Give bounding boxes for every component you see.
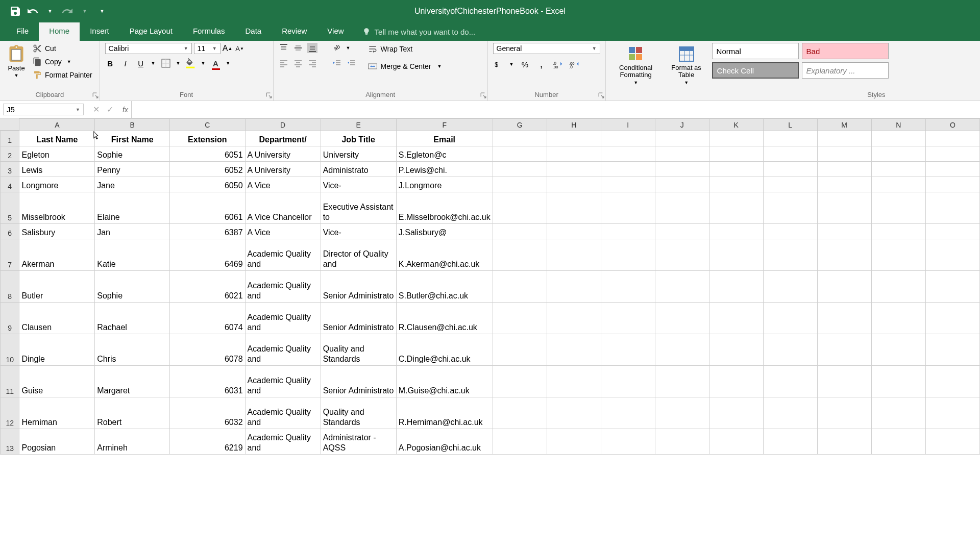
row-header[interactable]: 9 — [1, 303, 19, 334]
cell[interactable] — [871, 131, 925, 146]
cell[interactable]: 6078 — [170, 334, 245, 366]
cell[interactable] — [493, 303, 547, 334]
cell[interactable] — [763, 146, 817, 162]
column-header[interactable]: I — [601, 119, 655, 131]
cell[interactable] — [709, 429, 763, 455]
row-header[interactable]: 10 — [1, 334, 19, 366]
save-icon[interactable] — [9, 5, 21, 17]
cell[interactable] — [871, 397, 925, 429]
cell[interactable] — [817, 271, 871, 303]
format-painter-button[interactable]: Format Painter — [31, 69, 94, 81]
row-header[interactable]: 6 — [1, 224, 19, 239]
conditional-formatting-button[interactable]: Conditional Formatting▼ — [611, 43, 661, 87]
cell[interactable]: S.Egleton@c — [396, 146, 493, 162]
cell[interactable] — [601, 162, 655, 177]
cell[interactable]: Academic Quality and — [245, 397, 321, 429]
cell[interactable] — [817, 162, 871, 177]
cell[interactable] — [925, 162, 979, 177]
cell[interactable] — [493, 224, 547, 239]
cell[interactable]: 6061 — [170, 192, 245, 224]
accounting-more-icon[interactable]: ▼ — [509, 62, 514, 67]
cell[interactable]: 6032 — [170, 397, 245, 429]
tab-insert[interactable]: Insert — [80, 22, 119, 41]
cell[interactable]: Sophie — [95, 146, 170, 162]
font-color-more-icon[interactable]: ▼ — [226, 61, 230, 66]
cell[interactable]: Elaine — [95, 192, 170, 224]
undo-icon[interactable] — [27, 5, 39, 17]
cell[interactable] — [871, 429, 925, 455]
cell[interactable] — [817, 239, 871, 271]
cell[interactable] — [871, 239, 925, 271]
cell[interactable]: 6050 — [170, 177, 245, 192]
cell[interactable] — [871, 177, 925, 192]
cell[interactable] — [655, 334, 709, 366]
cell[interactable]: 6074 — [170, 303, 245, 334]
cell[interactable]: Executive Assistant to — [321, 192, 396, 224]
cell[interactable]: University — [321, 146, 396, 162]
cell[interactable] — [925, 429, 979, 455]
cell[interactable] — [547, 271, 601, 303]
cell[interactable]: Armineh — [95, 429, 170, 455]
cell[interactable] — [601, 303, 655, 334]
cell[interactable]: Job Title — [321, 131, 396, 146]
cell[interactable]: Robert — [95, 397, 170, 429]
row-header[interactable]: 12 — [1, 397, 19, 429]
alignment-launcher-icon[interactable] — [480, 92, 486, 98]
row-header[interactable]: 8 — [1, 271, 19, 303]
cell[interactable]: Pogosian — [19, 429, 95, 455]
column-header[interactable]: D — [245, 119, 321, 131]
tell-me[interactable]: Tell me what you want to do... — [354, 22, 484, 41]
paste-button[interactable]: Paste ▼ — [5, 43, 28, 80]
cell[interactable] — [817, 146, 871, 162]
cell[interactable]: A.Pogosian@chi.ac.uk — [396, 429, 493, 455]
align-left-icon[interactable] — [279, 58, 289, 68]
cell[interactable] — [925, 131, 979, 146]
font-name-combo[interactable]: Calibri▼ — [105, 43, 192, 54]
column-header[interactable]: K — [709, 119, 763, 131]
column-header[interactable]: G — [493, 119, 547, 131]
cell[interactable] — [601, 239, 655, 271]
cell[interactable] — [925, 224, 979, 239]
decrease-decimal-icon[interactable]: .00.0 — [569, 59, 579, 69]
cell[interactable] — [817, 192, 871, 224]
cell[interactable] — [871, 334, 925, 366]
tab-formulas[interactable]: Formulas — [183, 22, 235, 41]
column-header[interactable]: O — [925, 119, 979, 131]
cell[interactable]: Department/ — [245, 131, 321, 146]
cell[interactable]: A Vice — [245, 224, 321, 239]
cell[interactable] — [493, 162, 547, 177]
select-all-corner[interactable] — [0, 118, 19, 131]
increase-indent-icon[interactable] — [346, 58, 356, 68]
wrap-text-button[interactable]: Wrap Text — [365, 43, 444, 55]
style-normal[interactable]: Normal — [712, 43, 799, 59]
cell[interactable] — [925, 397, 979, 429]
cell[interactable]: J.Salisbury@ — [396, 224, 493, 239]
cell[interactable] — [601, 397, 655, 429]
cell[interactable]: P.Lewis@chi. — [396, 162, 493, 177]
cell[interactable]: E.Misselbrook@chi.ac.uk — [396, 192, 493, 224]
cell[interactable]: Chris — [95, 334, 170, 366]
align-center-icon[interactable] — [293, 58, 303, 68]
fx-icon[interactable]: fx — [122, 106, 131, 114]
underline-icon[interactable]: U — [136, 58, 146, 68]
cell[interactable] — [655, 224, 709, 239]
fill-color-icon[interactable] — [185, 58, 195, 68]
cell[interactable] — [601, 146, 655, 162]
cell[interactable] — [601, 334, 655, 366]
tab-file[interactable]: File — [6, 22, 39, 41]
cell[interactable] — [709, 239, 763, 271]
cell[interactable] — [925, 146, 979, 162]
cell[interactable] — [493, 131, 547, 146]
cell[interactable]: 6387 — [170, 224, 245, 239]
cell[interactable] — [493, 146, 547, 162]
column-header[interactable]: E — [321, 119, 396, 131]
cell[interactable]: R.Herniman@chi.ac.uk — [396, 397, 493, 429]
cell[interactable] — [547, 239, 601, 271]
cell[interactable] — [547, 334, 601, 366]
cell[interactable]: Guise — [19, 366, 95, 397]
cell[interactable] — [655, 429, 709, 455]
row-header[interactable]: 2 — [1, 146, 19, 162]
name-box[interactable]: J5▼ — [3, 104, 84, 115]
cell[interactable]: Longmore — [19, 177, 95, 192]
number-format-combo[interactable]: General▼ — [493, 43, 600, 54]
